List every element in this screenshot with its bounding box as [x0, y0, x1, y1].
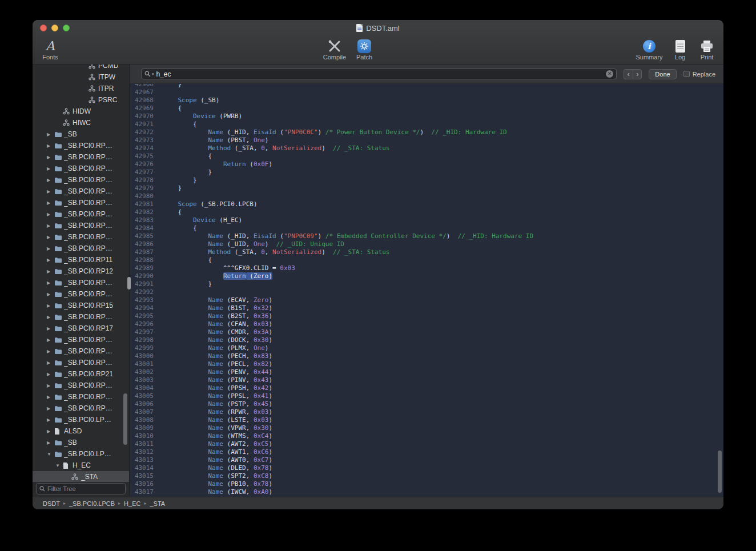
code-line-text[interactable]: Name (B2ST, 0x36) [163, 312, 272, 320]
code-line-text[interactable]: } [163, 176, 197, 184]
code-line-text[interactable]: Name (PPSH, 0x42) [163, 384, 272, 392]
code-line-text[interactable]: Name (PSTP, 0x45) [163, 400, 272, 408]
fonts-button[interactable]: A Fonts [37, 38, 63, 61]
replace-checkbox[interactable] [683, 71, 690, 77]
find-next-button[interactable]: › [633, 69, 642, 79]
tree-item[interactable]: ▶ ALSD [33, 425, 129, 437]
disclosure-triangle-icon[interactable]: ▶ [47, 406, 54, 411]
clear-search-icon[interactable]: ✕ [606, 70, 613, 78]
code-line-text[interactable]: } [163, 168, 212, 176]
code-line[interactable]: 43005 Name (PPSL, 0x41) [130, 392, 723, 400]
disclosure-triangle-icon[interactable]: ▶ [47, 440, 54, 445]
tree-item[interactable]: ▼ H_EC [33, 460, 129, 471]
splitter-handle[interactable] [127, 277, 131, 289]
code-line-text[interactable]: Name (PENV, 0x44) [163, 368, 272, 376]
code-line[interactable]: 42995 Name (B2ST, 0x36) [130, 312, 723, 320]
disclosure-triangle-icon[interactable]: ▶ [47, 429, 54, 434]
code-line[interactable]: 42997 Name (CMDR, 0x3A) [130, 328, 723, 336]
tree-item[interactable]: ▶ _SB.PCI0.RP… [33, 140, 129, 151]
disclosure-triangle-icon[interactable]: ▶ [47, 246, 54, 251]
tree-item[interactable]: ▶ _SB.PCI0.RP… [33, 163, 129, 174]
code-line[interactable]: 42974 Method (_STA, 0, NotSerialized) //… [130, 144, 723, 152]
disclosure-triangle-icon[interactable]: ▶ [47, 269, 54, 274]
code-line[interactable]: 42979 } [130, 184, 723, 192]
disclosure-triangle-icon[interactable]: ▶ [47, 143, 54, 148]
tree-item[interactable]: ▶ _SB.PCI0.RP17 [33, 323, 129, 334]
code-line-text[interactable]: Name (PINV, 0x43) [163, 376, 272, 384]
disclosure-triangle-icon[interactable]: ▶ [47, 315, 54, 320]
code-line[interactable]: 42993 Name (ECAV, Zero) [130, 296, 723, 304]
code-line[interactable]: 42984 { [130, 224, 723, 232]
code-line[interactable]: 43016 Name (PB10, 0x78) [130, 480, 723, 488]
code-line-text[interactable]: Name (PPSL, 0x41) [163, 392, 272, 400]
disclosure-triangle-icon[interactable]: ▶ [47, 337, 54, 343]
disclosure-triangle-icon[interactable]: ▼ [47, 452, 54, 457]
disclosure-triangle-icon[interactable]: ▶ [47, 132, 54, 137]
tree-item[interactable]: ▼ _SB.PCI0.LP… [33, 448, 129, 460]
tree-item[interactable]: ▶ _SB.PCI0.RP21 [33, 368, 129, 380]
code-line[interactable]: 43008 Name (LSTE, 0x03) [130, 416, 723, 424]
code-line-text[interactable]: Name (DOCK, 0x30) [163, 336, 272, 344]
code-line[interactable]: 42980 [130, 192, 723, 200]
disclosure-triangle-icon[interactable]: ▶ [47, 258, 54, 263]
code-line-text[interactable]: Name (B1ST, 0x32) [163, 304, 272, 312]
close-window-button[interactable] [40, 25, 47, 31]
code-line[interactable]: 42977 } [130, 168, 723, 176]
code-line-text[interactable]: { [163, 120, 197, 128]
code-line[interactable]: 43013 Name (AWT0, 0xC7) [130, 456, 723, 464]
summary-button[interactable]: i Summary [634, 38, 664, 61]
disclosure-triangle-icon[interactable]: ▶ [47, 235, 54, 240]
search-scope-chevron-icon[interactable]: ▾ [152, 72, 154, 77]
code-line[interactable]: 42992 [130, 288, 723, 296]
tree-item[interactable]: ITPR [33, 83, 129, 94]
breadcrumb-item[interactable]: H_EC [124, 500, 140, 507]
code-line[interactable]: 42990 Return (Zero) [130, 272, 723, 280]
tree-item[interactable]: ▶ _SB [33, 128, 129, 140]
code-line[interactable]: 42976 Return (0x0F) [130, 160, 723, 168]
find-previous-button[interactable]: ‹ [624, 69, 633, 79]
code-line[interactable]: 42967 [130, 89, 723, 96]
code-line[interactable]: 43011 Name (AWT2, 0xC5) [130, 440, 723, 448]
tree-item[interactable]: ▶ _SB.PCI0.RP… [33, 197, 129, 208]
disclosure-triangle-icon[interactable]: ▼ [55, 463, 63, 468]
compile-button[interactable]: Compile [321, 38, 348, 61]
disclosure-triangle-icon[interactable]: ▶ [47, 212, 54, 217]
log-button[interactable]: Log [670, 38, 690, 61]
code-line-text[interactable]: Name (WTMS, 0xC4) [163, 432, 272, 440]
code-line-text[interactable]: Name (PLMX, One) [163, 344, 268, 352]
code-line[interactable]: 43009 Name (VPWR, 0x30) [130, 424, 723, 432]
code-line[interactable]: 42998 Name (DOCK, 0x30) [130, 336, 723, 344]
code-line[interactable]: 43007 Name (RPWR, 0x03) [130, 408, 723, 416]
code-line[interactable]: 43001 Name (PECL, 0x82) [130, 360, 723, 368]
code-line[interactable]: 42968 Scope (_SB) [130, 96, 723, 104]
tree-item[interactable]: ▶ _SB.PCI0.RP11 [33, 254, 129, 266]
disclosure-triangle-icon[interactable]: ▶ [47, 326, 54, 331]
disclosure-triangle-icon[interactable]: ▶ [47, 200, 54, 206]
tree-item[interactable]: ▶ _SB.PCI0.RP… [33, 243, 129, 254]
code-line[interactable]: 42966 } [130, 84, 723, 89]
tree-item[interactable]: PCMD [33, 65, 129, 71]
code-line[interactable]: 42991 } [130, 280, 723, 288]
code-line[interactable]: 42983 Device (H_EC) [130, 216, 723, 224]
code-line[interactable]: 43012 Name (AWT1, 0xC6) [130, 448, 723, 456]
code-line-text[interactable]: Method (_STA, 0, NotSerialized) // _STA:… [163, 144, 389, 152]
code-line[interactable]: 42972 Name (_HID, EisaId ("PNP0C0C") /* … [130, 128, 723, 136]
disclosure-triangle-icon[interactable]: ▶ [47, 178, 54, 183]
tree-item[interactable]: ▶ _SB.PCI0.RP… [33, 231, 129, 243]
code-line[interactable]: 42999 Name (PLMX, One) [130, 344, 723, 352]
code-line[interactable]: 42973 Name (PBST, One) [130, 136, 723, 144]
tree-item[interactable]: ▶ _SB [33, 437, 129, 448]
find-search-field[interactable]: ▾ ✕ [141, 69, 617, 79]
code-line-text[interactable]: { [163, 256, 212, 264]
tree-item[interactable]: ITPW [33, 71, 129, 83]
tree-item[interactable]: ▶ _SB.PCI0.RP… [33, 345, 129, 357]
disclosure-triangle-icon[interactable]: ▶ [47, 223, 54, 228]
code-line-text[interactable]: Device (PWRB) [163, 112, 242, 120]
breadcrumb-item[interactable]: _STA [150, 500, 165, 507]
code-line-text[interactable]: { [163, 152, 212, 160]
code-line-text[interactable]: Name (VPWR, 0x30) [163, 424, 272, 432]
code-line-text[interactable]: Name (PBST, One) [163, 136, 268, 144]
code-line[interactable]: 43003 Name (PINV, 0x43) [130, 376, 723, 384]
code-line-text[interactable]: } [163, 184, 182, 192]
tree-item[interactable]: ▶ _SB.PCI0.RP… [33, 151, 129, 163]
